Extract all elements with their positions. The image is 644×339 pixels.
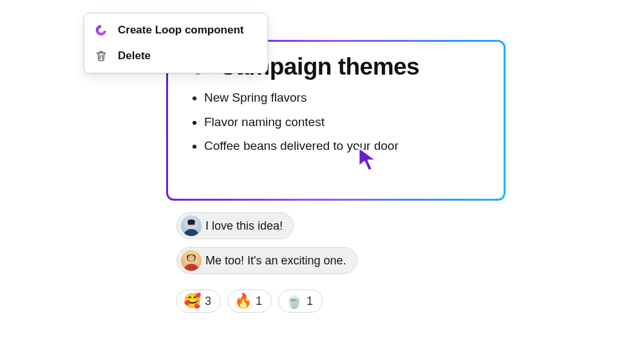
reaction-count: 1 [256, 295, 262, 308]
svg-point-0 [99, 28, 104, 33]
menu-item-label: Create Loop component [118, 24, 244, 37]
list-item[interactable]: New Spring flavors [204, 89, 484, 106]
reaction-pill[interactable]: 🍵 1 [278, 289, 323, 313]
menu-item-label: Delete [118, 50, 151, 62]
menu-item-delete[interactable]: Delete [84, 43, 267, 69]
avatar [181, 215, 202, 236]
chat-reply-text: Me too! It's an exciting one. [205, 254, 346, 268]
list-item[interactable]: Flavor naming contest [204, 114, 484, 131]
list-item[interactable]: Coffee beans delivered to your door [204, 138, 484, 154]
card-bullet-list: New Spring flavors Flavor naming contest… [204, 89, 484, 154]
svg-rect-3 [188, 223, 195, 225]
reaction-count: 3 [205, 295, 211, 308]
avatar [181, 250, 202, 271]
menu-item-create-loop[interactable]: Create Loop component [84, 17, 267, 43]
reaction-emoji-heart-face: 🥰 [184, 294, 201, 308]
loop-icon [93, 23, 109, 38]
chat-reply[interactable]: I love this idea! [176, 212, 294, 239]
svg-point-6 [188, 255, 194, 261]
reaction-count: 1 [307, 295, 313, 308]
chat-reply[interactable]: Me too! It's an exciting one. [176, 247, 357, 274]
reaction-emoji-tea: 🍵 [285, 294, 303, 308]
context-menu: Create Loop component Delete [84, 13, 268, 73]
trash-icon [93, 48, 109, 64]
reaction-pill[interactable]: 🥰 3 [176, 289, 221, 313]
reaction-pill[interactable]: 🔥 1 [227, 289, 272, 313]
reaction-emoji-fire: 🔥 [234, 294, 252, 308]
chat-reply-text: I love this idea! [205, 219, 283, 233]
reaction-bar: 🥰 3 🔥 1 🍵 1 [176, 289, 323, 313]
chat-replies: I love this idea! Me too! It's an exciti… [176, 212, 357, 274]
